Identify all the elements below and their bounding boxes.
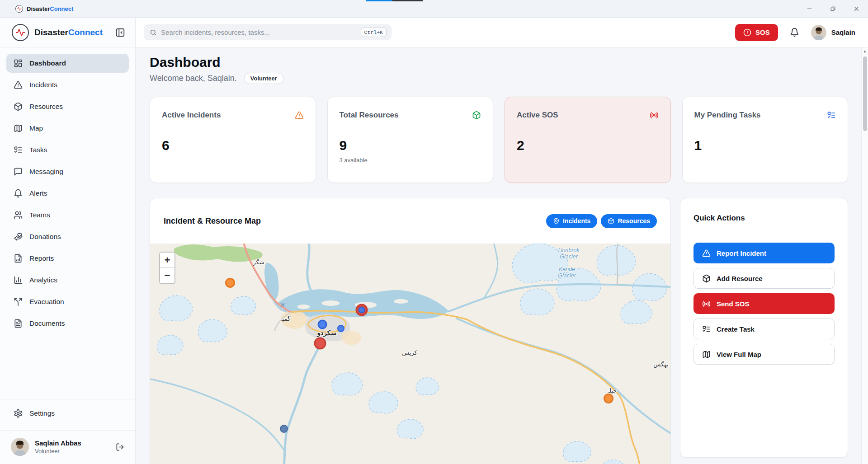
map-icon [702,350,711,359]
map-pin-icon [553,218,560,225]
sidebar-user-role: Volunteer [35,448,110,455]
map-marker-resource-blue[interactable] [318,320,327,329]
window-restore-button[interactable] [821,0,844,18]
brand-part1: Disaster [27,5,50,12]
titlebar-brand: DisasterConnect [15,5,73,13]
notifications-bell-icon[interactable] [790,28,799,37]
add-resource-button[interactable]: Add Resource [693,268,835,289]
sidebar-item-label: Settings [29,409,55,417]
sidebar-item-label: Incidents [29,81,57,89]
map-label: سکردو [317,329,336,337]
map-label: Kande Glacier [558,266,576,279]
sidebar-item-label: Tasks [29,146,47,154]
map-incidents-toggle[interactable]: Incidents [546,214,597,228]
sidebar-item-analytics[interactable]: Analytics [6,271,129,290]
header-user-name: Saqlain [831,28,855,36]
map-label: Honbrok Glacier [558,247,579,260]
map-resources-toggle[interactable]: Resources [601,214,657,228]
sidebar-item-label: Documents [29,319,65,328]
brand-part2: Connect [50,5,73,12]
sidebar-item-documents[interactable]: Documents [6,314,129,333]
scrollbar-up-arrow[interactable]: ▲ [862,47,868,55]
sidebar-item-teams[interactable]: Teams [6,206,129,225]
list-todo-icon [827,111,836,120]
circle-alert-icon [743,28,751,37]
alert-triangle-icon [702,249,711,258]
sidebar-header: DisasterConnect [0,18,135,47]
map-canvas[interactable]: ✈ + − Leaflet | © OpenStreetMap شگرگمبہس… [150,244,670,464]
sidebar-user-name: Saqlain Abbas [35,439,110,447]
map-zoom-out-button[interactable]: − [160,268,175,283]
sidebar-item-incidents[interactable]: Incidents [6,75,129,94]
package-icon [608,218,614,225]
brand-part1: Disaster [34,28,68,37]
logout-icon[interactable] [116,443,124,451]
sidebar-item-settings[interactable]: Settings [6,404,129,423]
search-input[interactable] [161,28,357,36]
map-marker-incident-combo[interactable] [356,304,368,316]
sidebar-item-label: Donations [29,233,61,241]
send-sos-button[interactable]: Send SOS [693,293,835,314]
file-chart-icon [14,254,23,263]
sidebar-item-evacuation[interactable]: Evacuation [6,292,129,311]
sidebar-item-messaging[interactable]: Messaging [6,162,129,181]
split-route-icon [14,297,23,306]
package-icon [472,111,481,120]
view-full-map-button[interactable]: View Full Map [693,344,835,365]
header-user-menu[interactable]: Saqlain [811,25,855,40]
stat-label: Total Resources [340,111,399,120]
quick-actions-card: Quick Actions Report Incident Add Resour… [680,198,848,458]
gear-icon [14,409,23,418]
map-label: کریس [402,349,417,356]
main-content: Dashboard Welcome back, Saqlain. Volunte… [136,47,861,464]
map-label: تھگس [653,361,668,368]
sidebar-item-alerts[interactable]: Alerts [6,184,129,203]
sidebar-item-dashboard[interactable]: Dashboard [6,54,129,73]
hand-heart-icon [14,232,23,241]
sidebar-item-label: Alerts [29,189,47,197]
create-task-button[interactable]: Create Task [693,319,835,339]
map-marker-sos-orange[interactable] [225,278,235,288]
sidebar-item-label: Resources [29,103,63,111]
search-shortcut-badge: Ctrl+K [361,28,387,37]
stat-value: 2 [517,138,659,153]
stat-subtext [517,157,659,164]
window-minimize-button[interactable] [797,0,821,18]
page-scrollbar[interactable]: ▲ [861,47,868,464]
map-marker-sos-orange[interactable] [604,394,613,403]
brand-part2: Connect [68,28,103,37]
window-close-button[interactable] [844,0,868,18]
sidebar: DisasterConnect Dashboard Incidents Reso… [0,18,136,464]
sidebar-item-resources[interactable]: Resources [6,97,129,116]
sidebar-item-map[interactable]: Map [6,119,129,138]
avatar [811,25,826,40]
search-icon [150,29,157,36]
scrollbar-thumb[interactable] [863,56,867,131]
stat-card-active-incidents: Active Incidents 6 [150,97,316,183]
sidebar-item-donations[interactable]: Donations [6,227,129,246]
sos-button[interactable]: SOS [735,24,778,41]
alert-triangle-icon [295,111,304,120]
app-logo-icon [15,5,23,13]
sidebar-collapse-icon[interactable] [115,28,125,37]
global-search[interactable]: Ctrl+K [144,24,392,40]
map-marker-resource-muted[interactable] [280,425,288,433]
stat-label: My Pending Tasks [694,111,761,120]
sidebar-item-reports[interactable]: Reports [6,249,129,268]
report-incident-button[interactable]: Report Incident [693,243,835,263]
avatar [11,438,29,456]
sidebar-item-label: Reports [29,254,54,262]
sidebar-item-label: Dashboard [29,59,66,67]
stat-card-total-resources: Total Resources 9 3 available [327,97,494,183]
stat-value: 9 [340,138,481,153]
sidebar-item-tasks[interactable]: Tasks [6,141,129,159]
sidebar-item-label: Messaging [29,168,63,176]
sidebar-nav: Dashboard Incidents Resources Map Tasks … [0,47,135,399]
map-marker-incident-red[interactable] [314,337,326,350]
map-marker-resource-blue-sm[interactable] [337,325,344,332]
map-toggle-label: Resources [618,217,650,225]
map-zoom-in-button[interactable]: + [160,253,175,268]
map-zoom-control: + − [159,252,175,284]
quick-action-label: Report Incident [717,249,766,257]
package-icon [702,274,711,283]
